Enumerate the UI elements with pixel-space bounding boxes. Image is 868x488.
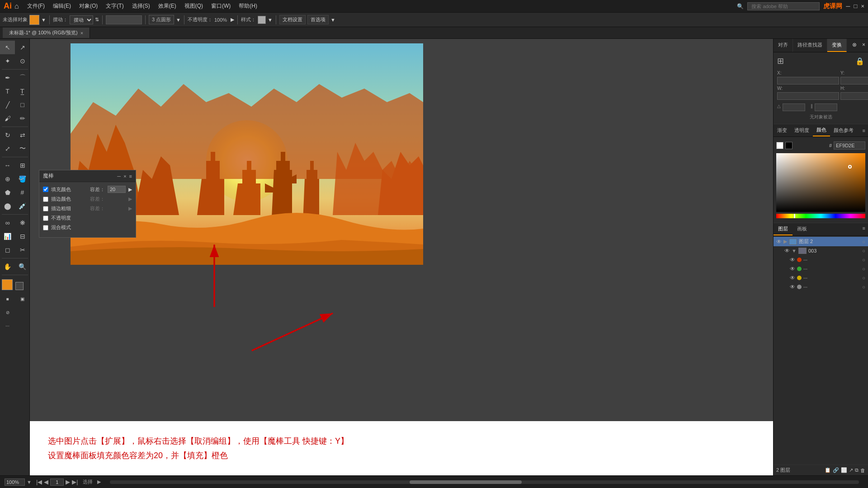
line-tool[interactable]: ╱ xyxy=(0,98,15,112)
menu-select[interactable]: 选择(S) xyxy=(128,1,154,11)
play-btn[interactable]: ▶ xyxy=(97,479,101,485)
panel-close-right-icon[interactable]: × xyxy=(859,39,868,52)
opacity-arrow[interactable]: ▶ xyxy=(231,17,234,23)
opacity-checkbox[interactable] xyxy=(43,216,48,221)
menu-view[interactable]: 视图(Q) xyxy=(181,1,207,11)
layer-item-green[interactable]: 👁 ··· ○ xyxy=(774,264,868,273)
layers-artboard-icon[interactable]: ⬜ xyxy=(841,467,847,473)
hex-color-input[interactable]: EF9D2E xyxy=(834,141,865,150)
horizontal-scrollbar[interactable] xyxy=(110,480,859,484)
close-icon[interactable]: × xyxy=(861,3,864,9)
curvature-tool[interactable]: ⌒ xyxy=(15,71,30,84)
reflect-tool[interactable]: ⇄ xyxy=(15,128,30,142)
layer-item-003[interactable]: 👁 ▼ 003 ○ xyxy=(774,246,868,255)
white-swatch[interactable] xyxy=(776,142,783,149)
free-transform-tool[interactable]: ⊞ xyxy=(15,159,30,172)
layer-red-vis[interactable]: 👁 xyxy=(790,257,795,263)
zoom-tool[interactable]: 🔍 xyxy=(15,260,30,273)
menu-object[interactable]: 对象(O) xyxy=(75,1,101,11)
tab-transparency[interactable]: 透明度 xyxy=(791,125,813,136)
layers-delete-icon[interactable]: 🗑 xyxy=(860,468,865,473)
zoom-input[interactable] xyxy=(5,479,25,486)
preferences-dropdown[interactable]: ▼ xyxy=(330,17,335,23)
gradient-mode-icon[interactable]: ▣ xyxy=(15,292,30,305)
direct-select-tool[interactable]: ↗ xyxy=(15,41,30,54)
layer-yellow-vis[interactable]: 👁 xyxy=(790,275,795,281)
fill-tolerance-input[interactable] xyxy=(108,186,126,193)
scissors-tool[interactable]: ✂ xyxy=(15,243,30,257)
layer2-expand-icon[interactable]: ▶ xyxy=(783,239,787,244)
pencil-tool[interactable]: ✏ xyxy=(15,112,30,125)
style-box[interactable] xyxy=(258,16,266,24)
menu-file[interactable]: 文件(F) xyxy=(24,1,48,11)
panel-menu-btn[interactable]: ≡ xyxy=(129,174,132,179)
menu-edit[interactable]: 编辑(E) xyxy=(49,1,75,11)
panel-settings-icon[interactable]: ⊗ xyxy=(849,39,859,52)
last-page-btn[interactable]: ▶| xyxy=(72,479,78,485)
blend-mode-checkbox[interactable] xyxy=(43,225,48,230)
warp-tool[interactable]: 〜 xyxy=(15,142,30,155)
layer-item-layer2[interactable]: 👁 ▶ 图层 2 ○ xyxy=(774,237,868,246)
width-tool[interactable]: ↔ xyxy=(0,159,15,172)
h-input[interactable] xyxy=(840,92,868,100)
extra-tools-btn[interactable]: ··· xyxy=(0,319,15,333)
brush-select[interactable]: 摆动 xyxy=(70,15,93,24)
first-page-btn[interactable]: |◀ xyxy=(36,479,42,485)
fill-color-checkbox[interactable] xyxy=(43,187,48,192)
hand-tool[interactable]: ✋ xyxy=(0,260,15,273)
touch-type-tool[interactable]: T̲ xyxy=(15,84,30,98)
layers-duplicate-icon[interactable]: ⧉ xyxy=(855,467,859,473)
canvas-area[interactable]: 魔棒 ─ × ≡ 填充颜色 容差： ▶ xyxy=(30,39,773,475)
tab-artboards[interactable]: 画板 xyxy=(793,223,811,235)
shear-input[interactable] xyxy=(815,103,837,111)
stroke-width-checkbox[interactable] xyxy=(43,206,48,211)
live-paint-tool[interactable]: 🪣 xyxy=(15,172,30,186)
home-icon[interactable]: ⌂ xyxy=(14,2,19,10)
perspective-tool[interactable]: ⬟ xyxy=(0,186,15,199)
stroke-selector[interactable]: ▼ xyxy=(41,17,46,23)
selection-tool[interactable]: ↖ xyxy=(0,41,15,54)
color-mode-icon[interactable]: ■ xyxy=(0,292,15,305)
menu-effect[interactable]: 效果(E) xyxy=(155,1,180,11)
page-input[interactable] xyxy=(50,479,64,486)
menu-window[interactable]: 窗口(W) xyxy=(208,1,234,11)
rotate-tool[interactable]: ↻ xyxy=(0,128,15,142)
layer-item-red[interactable]: 👁 ··· ○ xyxy=(774,255,868,264)
angle-input[interactable] xyxy=(783,103,805,111)
type-tool[interactable]: T xyxy=(0,84,15,98)
layer003-expand-icon[interactable]: ▼ xyxy=(792,248,797,253)
fill-tolerance-arrow[interactable]: ▶ xyxy=(128,187,132,192)
layers-new-layer-icon[interactable]: 📋 xyxy=(825,467,831,473)
maximize-icon[interactable]: □ xyxy=(854,3,858,9)
up-down-icon[interactable]: ⇅ xyxy=(95,17,99,23)
layer-green-vis[interactable]: 👁 xyxy=(790,266,795,272)
layers-link-icon[interactable]: 🔗 xyxy=(833,467,839,473)
tab-close-btn[interactable]: × xyxy=(80,30,83,36)
layers-menu-icon[interactable]: ≡ xyxy=(860,223,868,235)
eyedropper-tool[interactable]: 💉 xyxy=(15,199,30,213)
panel-minimize-btn[interactable]: ─ xyxy=(117,174,121,179)
slice-tool[interactable]: ⊟ xyxy=(15,230,30,243)
prev-page-btn[interactable]: ◀ xyxy=(44,479,48,485)
layers-export-icon[interactable]: ↗ xyxy=(849,467,853,473)
black-swatch[interactable] xyxy=(785,142,793,149)
layer-item-yellow[interactable]: 👁 ··· ○ xyxy=(774,273,868,282)
scale-tool[interactable]: ⤢ xyxy=(0,142,15,155)
point-dropdown-icon[interactable]: ▼ xyxy=(176,17,181,23)
zoom-dropdown-icon[interactable]: ▼ xyxy=(27,479,32,485)
lasso-tool[interactable]: ⊙ xyxy=(15,54,30,68)
menu-help[interactable]: 帮助(H) xyxy=(235,1,261,11)
layer003-vis-icon[interactable]: 👁 xyxy=(784,248,790,254)
next-page-btn[interactable]: ▶ xyxy=(66,479,70,485)
tab-color-ref[interactable]: 颜色参考 xyxy=(830,125,857,136)
background-color[interactable] xyxy=(15,282,24,290)
column-graph-tool[interactable]: 📊 xyxy=(0,230,15,243)
layer-item-gray[interactable]: 👁 ··· ○ xyxy=(774,282,868,291)
paintbrush-tool[interactable]: 🖌 xyxy=(0,112,15,125)
w-input[interactable] xyxy=(777,92,839,100)
none-mode-icon[interactable]: ⊘ xyxy=(0,305,15,319)
blend-tool[interactable]: ∞ xyxy=(0,216,15,230)
menu-text[interactable]: 文字(T) xyxy=(102,1,127,11)
layer2-vis-icon[interactable]: 👁 xyxy=(776,239,782,245)
tab-color[interactable]: 颜色 xyxy=(813,124,830,136)
